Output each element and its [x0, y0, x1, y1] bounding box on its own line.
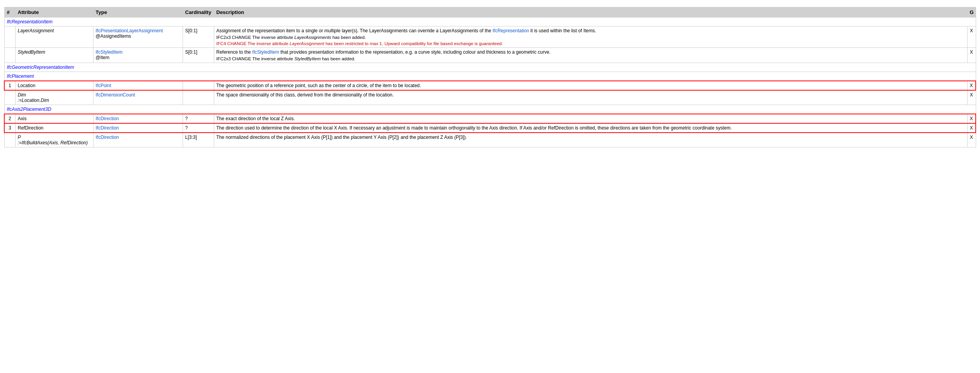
row-attribute: Axis [15, 114, 93, 123]
row-description: The geometric position of a reference po… [214, 81, 967, 90]
row-num [4, 48, 15, 63]
row-type: IfcPoint [93, 81, 183, 90]
row-cardinality: ? [183, 114, 214, 123]
row-attribute: Dim:=Location.Dim [15, 90, 93, 105]
col-header-card: Cardinality [183, 7, 214, 18]
row-attribute: LayerAssignment [15, 26, 93, 48]
section-row: IfcRepresentationItem [4, 18, 976, 26]
row-description: The direction used to determine the dire… [214, 123, 967, 133]
row-description: Assignment of the representation item to… [214, 26, 967, 48]
row-type: IfcDirection [93, 133, 183, 147]
attribute-table: # Attribute Type Cardinality Description… [4, 7, 976, 147]
row-type: IfcDimensionCount [93, 90, 183, 105]
col-header-g: G [967, 7, 976, 18]
row-cardinality [183, 81, 214, 90]
row-num [4, 90, 15, 105]
row-g: X [967, 114, 976, 123]
section-row: IfcGeometricRepresentationItem [4, 63, 976, 72]
row-cardinality: S[0:1] [183, 48, 214, 63]
table-row: StyledByItemIfcStyledItem @ItemS[0:1]Ref… [4, 48, 976, 63]
col-header-type: Type [93, 7, 183, 18]
col-header-attr: Attribute [15, 7, 93, 18]
row-g: X [967, 133, 976, 147]
table-row: Dim:=Location.DimIfcDimensionCountThe sp… [4, 90, 976, 105]
row-num [4, 26, 15, 48]
section-row: IfcAxis2Placement3D [4, 105, 976, 114]
table-header-row: # Attribute Type Cardinality Description… [4, 7, 976, 18]
row-num: 2 [4, 114, 15, 123]
row-g: X [967, 26, 976, 48]
row-cardinality: S[0:1] [183, 26, 214, 48]
row-attribute: P:=IfcBuildAxes(Axis, RefDirection) [15, 133, 93, 147]
row-cardinality: L[3:3] [183, 133, 214, 147]
row-g: X [967, 123, 976, 133]
table-row: 1LocationIfcPointThe geometric position … [4, 81, 976, 90]
row-cardinality [183, 90, 214, 105]
row-g: X [967, 90, 976, 105]
row-type: IfcStyledItem @Item [93, 48, 183, 63]
row-g: X [967, 81, 976, 90]
col-header-num: # [4, 7, 15, 18]
table-row: 3RefDirectionIfcDirection?The direction … [4, 123, 976, 133]
row-type: IfcDirection [93, 114, 183, 123]
row-description: The exact direction of the local Z Axis. [214, 114, 967, 123]
row-num: 3 [4, 123, 15, 133]
row-description: The normalized directions of the placeme… [214, 133, 967, 147]
col-header-desc: Description [214, 7, 967, 18]
row-description: The space dimensionality of this class, … [214, 90, 967, 105]
row-g: X [967, 48, 976, 63]
table-row: LayerAssignmentIfcPresentationLayerAssig… [4, 26, 976, 48]
row-attribute: Location [15, 81, 93, 90]
row-num [4, 133, 15, 147]
row-num: 1 [4, 81, 15, 90]
row-attribute: StyledByItem [15, 48, 93, 63]
table-row: P:=IfcBuildAxes(Axis, RefDirection)IfcDi… [4, 133, 976, 147]
table-row: 2AxisIfcDirection?The exact direction of… [4, 114, 976, 123]
section-row: IfcPlacement [4, 72, 976, 81]
row-cardinality: ? [183, 123, 214, 133]
row-attribute: RefDirection [15, 123, 93, 133]
row-type: IfcDirection [93, 123, 183, 133]
row-description: Reference to the IfcStyledItem that prov… [214, 48, 967, 63]
row-type: IfcPresentationLayerAssignment @Assigned… [93, 26, 183, 48]
